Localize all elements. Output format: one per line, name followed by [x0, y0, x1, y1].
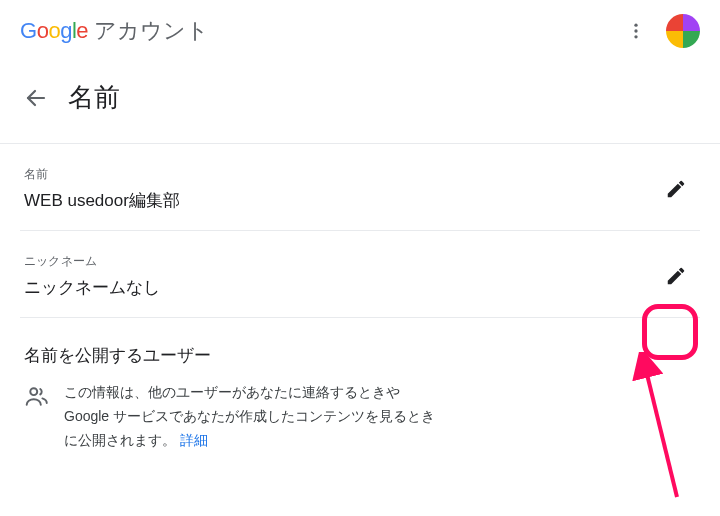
svg-point-0	[634, 24, 637, 27]
google-logo: Google	[20, 18, 88, 44]
avatar[interactable]	[666, 14, 700, 48]
page-title: 名前	[68, 80, 120, 115]
field-name: 名前 WEB usedoor編集部	[20, 144, 700, 231]
visibility-details-link[interactable]: 詳細	[180, 432, 208, 448]
svg-point-2	[634, 35, 637, 38]
visibility-body: この情報は、他のユーザーがあなたに連絡するときや Google サービスであなた…	[64, 384, 435, 448]
field-nickname: ニックネーム ニックネームなし	[20, 231, 700, 318]
field-label: ニックネーム	[24, 253, 160, 270]
field-value: ニックネームなし	[24, 276, 160, 299]
svg-point-1	[634, 29, 637, 32]
people-icon	[24, 383, 50, 409]
field-label: 名前	[24, 166, 180, 183]
visibility-text: この情報は、他のユーザーがあなたに連絡するときや Google サービスであなた…	[64, 381, 444, 452]
content: 名前 WEB usedoor編集部 ニックネーム ニックネームなし 名前を公開す…	[0, 144, 720, 472]
svg-point-4	[30, 388, 37, 395]
back-button[interactable]	[24, 86, 48, 110]
brand-suffix: アカウント	[94, 16, 209, 46]
visibility-info: この情報は、他のユーザーがあなたに連絡するときや Google サービスであなた…	[20, 381, 700, 472]
visibility-heading: 名前を公開するユーザー	[20, 318, 700, 381]
topbar-right	[624, 14, 700, 48]
brand: Google アカウント	[20, 16, 209, 46]
title-row: 名前	[0, 62, 720, 144]
edit-nickname-button[interactable]	[656, 256, 696, 296]
pencil-icon	[665, 178, 687, 200]
pencil-icon	[665, 265, 687, 287]
topbar: Google アカウント	[0, 0, 720, 62]
field-value: WEB usedoor編集部	[24, 189, 180, 212]
edit-name-button[interactable]	[656, 169, 696, 209]
more-vert-icon[interactable]	[624, 19, 648, 43]
